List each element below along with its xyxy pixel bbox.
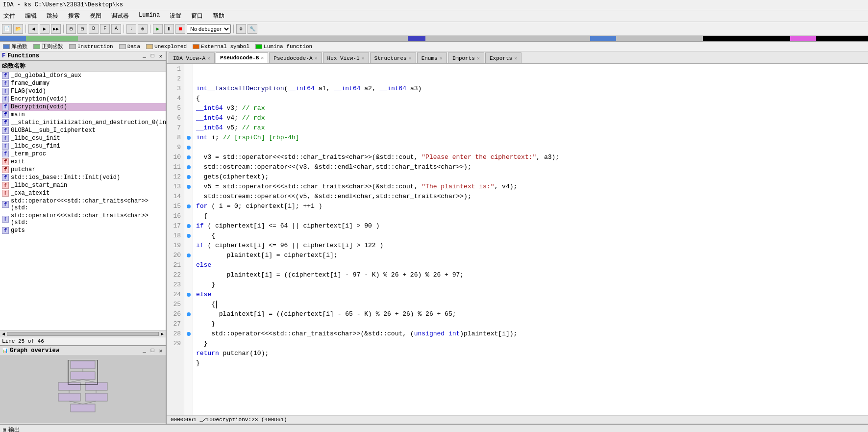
breakpoint-dot-12[interactable] — [187, 175, 191, 179]
menu-item-搜索[interactable]: 搜索 — [67, 11, 81, 21]
title-bar: IDA - ks C:\Users\23831\Desktop\ks — [0, 0, 868, 10]
legend-color-4 — [146, 44, 153, 49]
breakpoint-dot-11[interactable] — [187, 165, 191, 169]
menu-item-跳转[interactable]: 跳转 — [45, 11, 60, 21]
toolbar-btn-func[interactable]: F — [100, 24, 110, 34]
func-item-16[interactable]: fstd::operator<<<std::char_traits<char>>… — [0, 197, 166, 212]
func-item-8[interactable]: f_libc_csu_init — [0, 134, 166, 142]
func-item-5[interactable]: fmain — [0, 111, 166, 119]
toolbar-btn-open[interactable]: 📂 — [13, 24, 23, 34]
debugger-dropdown[interactable]: No debugger — [187, 24, 231, 34]
breakpoint-dot-15[interactable] — [187, 204, 191, 208]
functions-scrollbar[interactable]: ◀ ▶ — [0, 330, 166, 337]
tab-exports[interactable]: Exports✕ — [485, 52, 521, 63]
breakpoint-dot-8[interactable] — [187, 136, 191, 140]
toolbar-btn-misc2[interactable]: 🔧 — [248, 24, 257, 34]
tab-label-imports: Imports — [452, 55, 475, 61]
tab-close-pseudocode-a[interactable]: ✕ — [315, 55, 318, 61]
toolbar-btn-stop[interactable]: ⏹ — [175, 24, 185, 34]
breakpoint-dot-20[interactable] — [187, 254, 191, 257]
breakpoint-dot-17[interactable] — [187, 224, 191, 228]
func-item-9[interactable]: f_libc_csu_fini — [0, 142, 166, 150]
legend-label-5: External symbol — [201, 44, 249, 50]
scroll-thumb[interactable] — [7, 332, 159, 336]
tab-imports[interactable]: Imports✕ — [448, 52, 484, 63]
toolbar-btn-fwd2[interactable]: ▶▶ — [51, 24, 61, 34]
menu-item-帮助[interactable]: 帮助 — [211, 11, 226, 21]
graph-minimize-btn[interactable]: _ — [141, 348, 148, 354]
breakpoint-dot-26[interactable] — [187, 312, 191, 316]
menu-item-Lumina[interactable]: Lumina — [137, 11, 161, 21]
tab-close-exports[interactable]: ✕ — [514, 55, 517, 61]
tab-pseudocode-b[interactable]: Pseudocode-B✕ — [216, 52, 268, 63]
func-item-0[interactable]: f_do_global_dtors_aux — [0, 72, 166, 79]
menu-item-视图[interactable]: 视图 — [88, 11, 103, 21]
tab-close-enums[interactable]: ✕ — [440, 55, 443, 61]
menu-item-窗口[interactable]: 窗口 — [190, 11, 204, 21]
tab-ida-view-a[interactable]: IDA View-A✕ — [169, 52, 215, 63]
toolbar-btn-back[interactable]: ◀ — [28, 24, 38, 34]
scroll-right-arrow[interactable]: ▶ — [159, 331, 166, 337]
func-item-3[interactable]: fEncryption(void) — [0, 95, 166, 103]
toolbar-btn-ascii[interactable]: A — [111, 24, 121, 34]
breakpoint-dot-9[interactable] — [187, 146, 191, 150]
functions-list[interactable]: f_do_global_dtors_auxfframe_dummyfFLAG(v… — [0, 72, 166, 330]
func-item-10[interactable]: f_term_proc — [0, 150, 166, 158]
functions-minimize-btn[interactable]: _ — [141, 53, 148, 59]
toolbar-btn-data[interactable]: D — [89, 24, 99, 34]
tab-close-ida-view-a[interactable]: ✕ — [207, 55, 210, 61]
func-item-15[interactable]: f_cxa_atexit — [0, 189, 166, 197]
breakpoint-dot-24[interactable] — [187, 293, 191, 297]
tab-close-imports[interactable]: ✕ — [477, 55, 480, 61]
func-item-4[interactable]: fDecryption(void) — [0, 103, 166, 111]
func-item-1[interactable]: fframe_dummy — [0, 79, 166, 87]
code-line-17: if ( ciphertext[i] <= 96 || ciphertext[i… — [196, 241, 868, 251]
functions-close-btn[interactable]: ✕ — [157, 53, 164, 59]
tab-close-structures[interactable]: ✕ — [409, 55, 412, 61]
breakpoint-dot-18[interactable] — [187, 234, 191, 238]
scroll-left-arrow[interactable]: ◀ — [0, 331, 7, 337]
functions-restore-btn[interactable]: □ — [149, 53, 156, 59]
toolbar-btn-run[interactable]: ▶ — [153, 24, 163, 34]
menu-item-编辑[interactable]: 编辑 — [24, 11, 38, 21]
breakpoint-dot-10[interactable] — [187, 155, 191, 159]
tab-pseudocode-a[interactable]: Pseudocode-A✕ — [269, 52, 322, 63]
graph-restore-btn[interactable]: □ — [149, 348, 156, 354]
tab-close-hex-view-1[interactable]: ✕ — [362, 55, 365, 61]
tab-enums[interactable]: Enums✕ — [417, 52, 447, 63]
func-item-11[interactable]: fexit — [0, 158, 166, 166]
graph-close-btn[interactable]: ✕ — [157, 348, 164, 354]
menu-item-设置[interactable]: 设置 — [168, 11, 183, 21]
toolbar-btn-down[interactable]: ↓ — [126, 24, 136, 34]
code-area[interactable]: 1234567891011121314151617181920212223242… — [167, 64, 868, 424]
func-item-13[interactable]: fstd::ios_base::Init::Init(void) — [0, 174, 166, 181]
toolbar-btn-fwd[interactable]: ▶ — [40, 24, 50, 34]
toolbar: 📄 📂 ◀ ▶ ▶▶ ⊞ ⊟ D F A ↓ ⊕ ▶ ⏸ ⏹ No debugg… — [0, 22, 868, 36]
progress-segment-4 — [425, 36, 590, 41]
toolbar-btn-pause[interactable]: ⏸ — [164, 24, 174, 34]
func-item-6[interactable]: f__static_initialization_and_destruction… — [0, 119, 166, 127]
toolbar-btn-code[interactable]: ⊟ — [77, 24, 87, 34]
legend-item-2: Instruction — [69, 44, 113, 50]
func-item-2[interactable]: fFLAG(void) — [0, 87, 166, 95]
tab-close-pseudocode-b[interactable]: ✕ — [261, 55, 264, 61]
tab-hex-view-1[interactable]: Hex View-1✕ — [323, 52, 369, 63]
func-item-12[interactable]: fputchar — [0, 166, 166, 174]
func-item-17[interactable]: fstd::operator<<<std::char_traits<char>>… — [0, 212, 166, 227]
toolbar-btn-ref[interactable]: ⊕ — [138, 24, 148, 34]
breakpoint-dot-13[interactable] — [187, 185, 191, 189]
line-number-25: 25 — [170, 300, 181, 309]
menu-item-文件[interactable]: 文件 — [2, 11, 17, 21]
func-item-18[interactable]: fgets — [0, 227, 166, 234]
breakpoint-dot-28[interactable] — [187, 332, 191, 336]
dot-cell-21 — [184, 260, 193, 270]
tab-structures[interactable]: Structures✕ — [370, 52, 416, 63]
func-item-14[interactable]: f_libc_start_main — [0, 181, 166, 189]
toolbar-btn-new[interactable]: 📄 — [2, 24, 12, 34]
toolbar-btn-misc1[interactable]: ⚙ — [236, 24, 246, 34]
graph-title: Graph overview — [10, 347, 59, 354]
toolbar-btn-hex[interactable]: ⊞ — [66, 24, 76, 34]
menu-item-调试器[interactable]: 调试器 — [110, 11, 130, 21]
func-item-7[interactable]: fGLOBAL__sub_I_ciphertext — [0, 127, 166, 134]
legend-label-0: 库函数 — [11, 43, 27, 50]
